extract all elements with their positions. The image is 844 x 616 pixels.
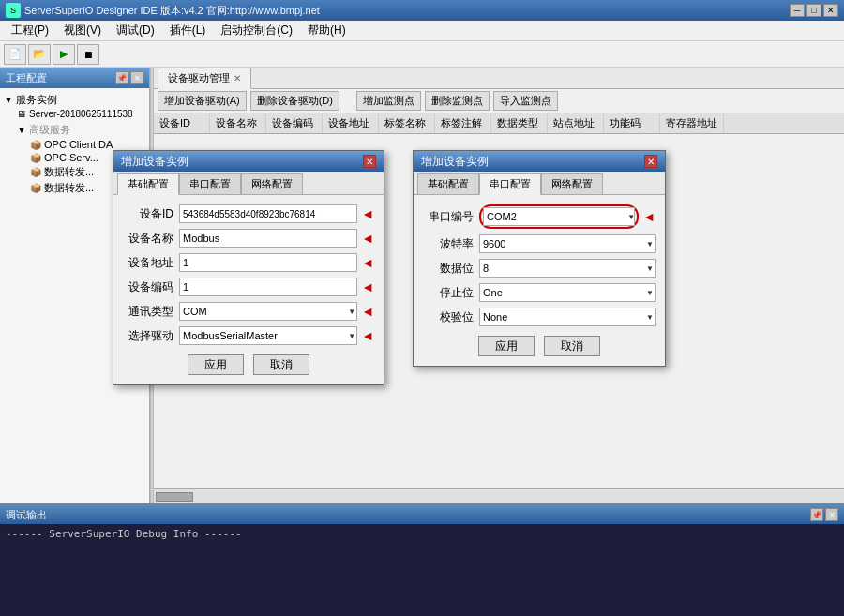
th-data-type: 数据类型 [491, 113, 548, 133]
th-tag-note: 标签注解 [435, 113, 491, 133]
tree-forward2-icon: 📦 [30, 183, 41, 193]
horizontal-scrollbar[interactable] [154, 488, 844, 503]
table-content [154, 134, 844, 488]
left-panel-title: 工程配置 [6, 71, 47, 85]
panel-header-buttons: 📌 ✕ [115, 71, 143, 84]
add-device-button[interactable]: 增加设备驱动(A) [158, 91, 247, 111]
tab-bar: 设备驱动管理 ✕ [154, 68, 844, 89]
menu-help[interactable]: 帮助(H) [300, 21, 354, 40]
th-device-id: 设备ID [154, 113, 210, 133]
debug-pin-button[interactable]: 📌 [810, 508, 823, 521]
menu-project[interactable]: 工程(P) [4, 21, 56, 40]
tree-opc-icon: 📦 [30, 140, 41, 150]
left-panel: 工程配置 📌 ✕ ▼ 服务实例 🖥 Server-20180625111538 [0, 68, 150, 503]
tree-advanced-label: 高级服务 [29, 123, 70, 137]
th-func-code: 功能码 [604, 113, 660, 133]
debug-header-buttons: 📌 ✕ [810, 508, 838, 521]
device-toolbar: 增加设备驱动(A) 删除设备驱动(D) 增加监测点 删除监测点 导入监测点 [154, 89, 844, 113]
tree-children: 🖥 Server-20180625111538 ▼ 高级服务 📦 OPC Cli… [4, 108, 145, 196]
tree-root[interactable]: ▼ 服务实例 [4, 92, 145, 108]
add-monitor-button[interactable]: 增加监测点 [356, 91, 421, 111]
tree-opc-server-label: OPC Serv... [44, 152, 98, 163]
title-text: ServerSuperIO Designer IDE 版本:v4.2 官网:ht… [24, 4, 790, 18]
menu-debug[interactable]: 调试(D) [109, 21, 162, 40]
panel-close-button[interactable]: ✕ [130, 71, 143, 84]
maximize-button[interactable]: □ [806, 4, 821, 17]
remove-device-button[interactable]: 删除设备驱动(D) [250, 91, 339, 111]
debug-panel: 调试输出 📌 ✕ ------ ServerSuperIO Debug Info… [0, 503, 844, 616]
close-button[interactable]: ✕ [823, 4, 838, 17]
scrollbar-thumb[interactable] [156, 492, 193, 502]
menu-bar: 工程(P) 视图(V) 调试(D) 插件(L) 启动控制台(C) 帮助(H) [0, 21, 844, 41]
content-area: 工程配置 📌 ✕ ▼ 服务实例 🖥 Server-20180625111538 [0, 68, 844, 503]
import-monitor-button[interactable]: 导入监测点 [493, 91, 558, 111]
title-buttons: ─ □ ✕ [790, 4, 838, 17]
app-icon: S [6, 3, 21, 18]
right-panel: 设备驱动管理 ✕ 增加设备驱动(A) 删除设备驱动(D) 增加监测点 删除监测点… [154, 68, 844, 503]
tab-device-manager[interactable]: 设备驱动管理 ✕ [158, 68, 251, 89]
tree-forward1-label: 数据转发... [44, 165, 94, 179]
tree-opc-client-label: OPC Client DA [44, 139, 113, 150]
toolbar-new[interactable]: 📄 [4, 44, 26, 65]
menu-view[interactable]: 视图(V) [56, 21, 109, 40]
main-area: 工程配置 📌 ✕ ▼ 服务实例 🖥 Server-20180625111538 [0, 68, 844, 616]
title-bar: S ServerSuperIO Designer IDE 版本:v4.2 官网:… [0, 0, 844, 21]
tree-opc-server[interactable]: 📦 OPC Serv... [30, 151, 145, 164]
toolbar-stop[interactable]: ⏹ [77, 44, 99, 65]
tree-data-forward2[interactable]: 📦 数据转发... [30, 180, 145, 196]
th-device-name: 设备名称 [210, 113, 266, 133]
tree-server-label: Server-20180625111538 [29, 109, 133, 119]
tree-forward1-icon: 📦 [30, 167, 41, 177]
menu-console[interactable]: 启动控制台(C) [213, 21, 300, 40]
toolbar-run[interactable]: ▶ [53, 44, 75, 65]
tab-close-icon[interactable]: ✕ [234, 73, 241, 83]
tree-advanced-icon: ▼ [17, 125, 26, 135]
th-tag-name: 标签名称 [379, 113, 435, 133]
panel-pin-button[interactable]: 📌 [115, 71, 128, 84]
tab-device-manager-label: 设备驱动管理 [168, 71, 230, 85]
table-header: 设备ID 设备名称 设备编码 设备地址 标签名称 标签注解 数据类型 站点地址 … [154, 113, 844, 134]
project-tree: ▼ 服务实例 🖥 Server-20180625111538 ▼ 高级服务 📦 [0, 88, 149, 503]
debug-header: 调试输出 📌 ✕ [0, 505, 844, 524]
debug-content: ------ ServerSuperIO Debug Info ------ [0, 524, 844, 616]
minimize-button[interactable]: ─ [790, 4, 805, 17]
th-device-code: 设备编码 [266, 113, 323, 133]
tree-data-forward1[interactable]: 📦 数据转发... [30, 164, 145, 180]
tree-expand-icon: ▼ [4, 95, 13, 105]
tree-forward2-label: 数据转发... [44, 181, 94, 195]
debug-close-button[interactable]: ✕ [825, 508, 838, 521]
toolbar: 📄 📂 ▶ ⏹ [0, 41, 844, 68]
left-panel-header: 工程配置 📌 ✕ [0, 68, 149, 88]
remove-monitor-button[interactable]: 删除监测点 [425, 91, 490, 111]
th-site-addr: 站点地址 [548, 113, 604, 133]
tree-opc-client[interactable]: 📦 OPC Client DA [30, 138, 145, 151]
toolbar-open[interactable]: 📂 [28, 44, 51, 65]
th-device-addr: 设备地址 [323, 113, 379, 133]
th-reg-addr: 寄存器地址 [660, 113, 724, 133]
menu-plugin[interactable]: 插件(L) [162, 21, 214, 40]
tree-opc-server-icon: 📦 [30, 153, 41, 163]
tree-advanced[interactable]: ▼ 高级服务 [17, 122, 145, 138]
tree-server-icon: 🖥 [17, 109, 26, 119]
tree-server[interactable]: 🖥 Server-20180625111538 [17, 108, 145, 120]
debug-text: ------ ServerSuperIO Debug Info ------ [6, 528, 242, 540]
tree-root-label: 服务实例 [16, 93, 57, 107]
tree-advanced-children: 📦 OPC Client DA 📦 OPC Serv... 📦 数据转发... [17, 138, 145, 196]
debug-title: 调试输出 [6, 508, 47, 522]
